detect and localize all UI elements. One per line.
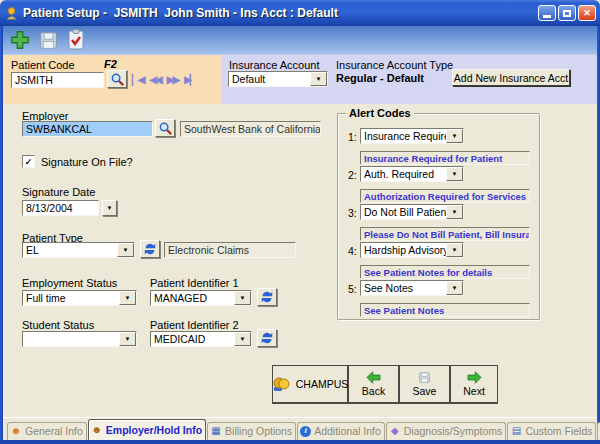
next-arrow-icon xyxy=(466,371,483,384)
dropdown-arrow-icon[interactable]: ▼ xyxy=(234,332,251,346)
alert-5-select[interactable]: See Notes ▼ xyxy=(360,280,464,296)
close-button[interactable]: ✕ xyxy=(578,5,596,21)
verify-button[interactable] xyxy=(63,28,89,53)
last-record-button[interactable]: ▶▏ xyxy=(184,74,195,85)
patient-type-value: EL xyxy=(23,243,117,257)
alert-5-description: See Patient Notes xyxy=(360,303,530,317)
patient-type-select[interactable]: EL ▼ xyxy=(22,242,135,258)
first-record-button[interactable]: ▏◀ xyxy=(132,74,143,85)
patient-identifier-1-select[interactable]: MANAGED ▼ xyxy=(150,290,252,306)
signature-date-dropdown-button[interactable]: ▼ xyxy=(102,200,117,216)
signature-date-label: Signature Date xyxy=(22,186,95,198)
tab-label: Employer/Hold Info xyxy=(106,424,202,436)
patient-setup-window: Patient Setup - JSMITH John Smith - Ins … xyxy=(0,0,600,444)
employer-input[interactable]: SWBANKCAL xyxy=(22,121,153,137)
insurance-account-value: Default xyxy=(229,72,310,86)
patient-identifier-1-label: Patient Identifier 1 xyxy=(150,277,239,289)
signature-on-file-checkbox[interactable]: ✓ Signature On File? xyxy=(22,155,133,168)
window-border-bottom xyxy=(0,440,600,444)
tab-billing-options[interactable]: ▦ Billing Options xyxy=(207,422,296,440)
dropdown-arrow-icon[interactable]: ▼ xyxy=(119,332,136,346)
minimize-icon xyxy=(543,15,551,18)
save-label: Save xyxy=(413,385,437,397)
tab-label: Billing Options xyxy=(225,425,292,437)
dropdown-arrow-icon[interactable]: ▼ xyxy=(446,129,463,143)
tab-label: Custom Fields xyxy=(525,425,592,437)
patient-identifier-1-sync-button[interactable] xyxy=(257,288,277,306)
info-circle-icon: i xyxy=(300,426,311,437)
dropdown-arrow-icon[interactable]: ▼ xyxy=(446,205,463,219)
alert-4-description: See Patient Notes for details xyxy=(360,265,530,279)
dropdown-arrow-icon[interactable]: ▼ xyxy=(310,72,327,86)
dropdown-arrow-icon[interactable]: ▼ xyxy=(446,281,463,295)
floppy-disk-icon xyxy=(38,30,59,51)
insurance-account-type-value: Regular - Default xyxy=(336,72,424,84)
alert-1-number: 1: xyxy=(348,131,357,143)
tab-custom-fields[interactable]: ▤ Custom Fields xyxy=(507,422,596,440)
patient-identifier-2-select[interactable]: MEDICAID ▼ xyxy=(150,331,252,347)
dropdown-arrow-icon[interactable]: ▼ xyxy=(234,291,251,305)
patient-type-desc-field: Electronic Claims xyxy=(164,242,296,258)
back-arrow-icon xyxy=(365,371,382,384)
signature-date-input[interactable]: 8/13/2004 xyxy=(22,200,99,216)
maximize-button[interactable] xyxy=(558,5,576,21)
alert-1-select[interactable]: Insurance Required ▼ xyxy=(360,128,464,144)
maximize-icon xyxy=(563,10,571,17)
title-bar: Patient Setup - JSMITH John Smith - Ins … xyxy=(0,0,600,26)
alert-codes-group: Alert Codes 1: Insurance Required ▼ Insu… xyxy=(337,113,540,320)
patient-identifier-2-value: MEDICAID xyxy=(151,332,234,346)
dropdown-arrow-icon[interactable]: ▼ xyxy=(446,243,463,257)
tab-diagnosis-symptoms[interactable]: ◆ Diagnosis/Symptoms xyxy=(386,422,507,440)
patient-identifier-2-sync-button[interactable] xyxy=(257,329,277,347)
tab-label: Additional Info xyxy=(314,425,381,437)
patient-identifier-1-value: MANAGED xyxy=(151,291,234,305)
alert-3-number: 3: xyxy=(348,207,357,219)
patient-code-search-button[interactable] xyxy=(107,70,127,88)
student-status-label: Student Status xyxy=(22,319,94,331)
insurance-account-label: Insurance Account xyxy=(229,59,320,71)
employment-status-value: Full time xyxy=(23,291,119,305)
next-record-button[interactable]: ▶▶ xyxy=(167,74,178,85)
champus-button[interactable]: CHAMPUS xyxy=(273,366,349,402)
alert-2-select[interactable]: Auth. Required ▼ xyxy=(360,166,464,182)
checkbox-check-icon[interactable]: ✓ xyxy=(22,155,35,168)
dropdown-arrow-icon[interactable]: ▼ xyxy=(446,167,463,181)
sync-arrows-icon xyxy=(143,242,157,256)
employer-search-button[interactable] xyxy=(155,119,175,137)
previous-record-button[interactable]: ◀◀ xyxy=(149,74,160,85)
alert-codes-title: Alert Codes xyxy=(346,107,414,119)
employment-status-label: Employment Status xyxy=(22,277,117,289)
alert-4-number: 4: xyxy=(348,245,357,257)
alert-4-select[interactable]: Hardship Advisory ▼ xyxy=(360,242,464,258)
tab-additional-info[interactable]: i Additional Info xyxy=(297,422,385,440)
alert-5-value: See Notes xyxy=(361,281,446,295)
dropdown-arrow-icon[interactable]: ▼ xyxy=(119,291,136,305)
save-button[interactable]: Save xyxy=(400,366,451,402)
tab-employer-hold-info[interactable]: ☻ Employer/Hold Info xyxy=(88,419,206,440)
action-bar: CHAMPUS Back Save Next xyxy=(272,365,498,404)
bottom-tab-bar: ☻ General Info ☻ Employer/Hold Info ▦ Bi… xyxy=(3,417,597,440)
student-status-value xyxy=(23,332,119,346)
main-toolbar xyxy=(3,26,597,55)
alert-1-description: Insurance Required for Patient xyxy=(360,151,530,165)
insurance-account-select[interactable]: Default ▼ xyxy=(228,71,328,87)
alert-5-number: 5: xyxy=(348,283,357,295)
employment-status-select[interactable]: Full time ▼ xyxy=(22,290,137,306)
save-toolbar-button[interactable] xyxy=(35,28,61,53)
patient-type-sync-button[interactable] xyxy=(140,240,160,258)
tab-general-info[interactable]: ☻ General Info xyxy=(7,422,87,440)
dropdown-arrow-icon[interactable]: ▼ xyxy=(117,243,134,257)
next-button[interactable]: Next xyxy=(451,366,497,402)
back-button[interactable]: Back xyxy=(349,366,400,402)
new-patient-button[interactable] xyxy=(7,28,33,53)
add-new-insurance-button[interactable]: Add New Insurance Acct xyxy=(452,69,570,86)
alert-3-value: Do Not Bill Patient xyxy=(361,205,446,219)
patient-code-input[interactable]: JSMITH xyxy=(11,72,104,88)
student-status-select[interactable]: ▼ xyxy=(22,331,137,347)
tab-label: General Info xyxy=(25,425,83,437)
floppy-disk-icon xyxy=(418,371,431,384)
alert-2-number: 2: xyxy=(348,169,357,181)
alert-3-select[interactable]: Do Not Bill Patient ▼ xyxy=(360,204,464,220)
tab-label: Diagnosis/Symptoms xyxy=(404,425,503,437)
minimize-button[interactable] xyxy=(538,5,556,21)
